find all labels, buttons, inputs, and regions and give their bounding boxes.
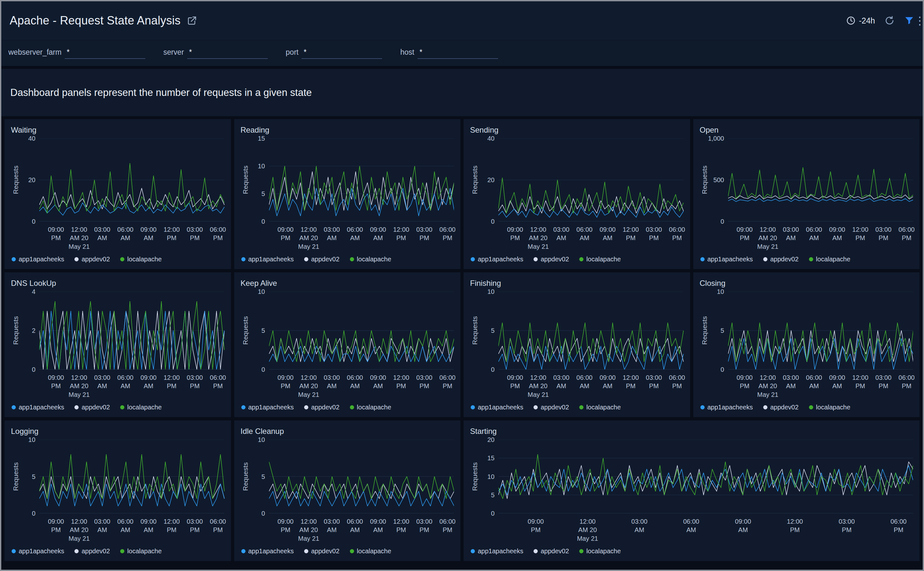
legend-label: localapache: [816, 256, 851, 263]
y-tick-label: 10: [717, 289, 724, 295]
legend-item-appdev02[interactable]: appdev02: [304, 404, 340, 411]
legend-item-app1apacheeks[interactable]: app1apacheeks: [12, 404, 64, 411]
y-tick-label: 10: [258, 163, 265, 169]
legend-item-appdev02[interactable]: appdev02: [763, 404, 799, 411]
x-tick-label: 03:00 AM: [324, 225, 340, 242]
header-actions: -24h: [846, 15, 914, 26]
legend-item-app1apacheeks[interactable]: app1apacheeks: [471, 404, 523, 411]
legend-item-appdev02[interactable]: appdev02: [304, 256, 340, 263]
plot-area[interactable]: [269, 292, 454, 369]
y-tick-label: 5: [261, 474, 265, 480]
plot-area[interactable]: [498, 440, 913, 513]
y-tick-label: 10: [28, 437, 36, 443]
legend-item-appdev02[interactable]: appdev02: [534, 548, 569, 555]
legend-item-appdev02[interactable]: appdev02: [534, 404, 569, 411]
y-tick-label: 0: [491, 366, 495, 373]
legend-item-appdev02[interactable]: appdev02: [74, 404, 110, 411]
legend-item-appdev02[interactable]: appdev02: [74, 548, 110, 555]
legend-item-localapache[interactable]: localapache: [350, 404, 392, 411]
legend-item-localapache[interactable]: localapache: [809, 404, 851, 411]
x-tick-label: 09:00 PM: [737, 225, 752, 242]
legend-item-app1apacheeks[interactable]: app1apacheeks: [700, 404, 753, 411]
x-tick-label: 12:00 PM: [787, 517, 803, 534]
x-tick-label: 09:00 AM: [600, 225, 616, 242]
legend-label: app1apacheeks: [248, 256, 294, 263]
legend-item-localapache[interactable]: localapache: [579, 404, 621, 411]
port-input[interactable]: [302, 47, 382, 59]
kebab-menu-icon[interactable]: ⋮: [914, 14, 924, 27]
legend-item-app1apacheeks[interactable]: app1apacheeks: [12, 548, 64, 555]
plot-area[interactable]: [269, 138, 454, 221]
legend-item-localapache[interactable]: localapache: [120, 404, 162, 411]
legend-item-app1apacheeks[interactable]: app1apacheeks: [241, 548, 294, 555]
chart-keep-alive: Requests 0510 09:00 PM12:00 AM 20 May 21…: [241, 292, 454, 400]
y-tick-label: 0: [32, 218, 36, 225]
legend-dot: [120, 257, 124, 261]
legend-item-appdev02[interactable]: appdev02: [534, 256, 569, 263]
legend-label: localapache: [587, 256, 621, 263]
x-tick-label: 06:00 AM: [683, 517, 699, 534]
legend-dot: [241, 549, 246, 553]
legend-item-localapache[interactable]: localapache: [350, 548, 392, 555]
panel-title: Logging: [11, 427, 224, 436]
legend-item-app1apacheeks[interactable]: app1apacheeks: [12, 256, 64, 263]
plot-area[interactable]: [728, 292, 913, 369]
panel-title: Open: [700, 125, 913, 134]
legend-dot: [241, 257, 246, 261]
legend-item-localapache[interactable]: localapache: [120, 548, 162, 555]
panel-title: Sending: [470, 125, 684, 134]
legend-item-app1apacheeks[interactable]: app1apacheeks: [241, 404, 294, 411]
legend-item-localapache[interactable]: localapache: [350, 256, 392, 263]
legend-item-localapache[interactable]: localapache: [579, 548, 621, 555]
legend-item-app1apacheeks[interactable]: app1apacheeks: [700, 256, 753, 263]
y-tick-label: 10: [258, 437, 265, 443]
legend-label: appdev02: [541, 256, 569, 263]
funnel-filter-icon[interactable]: [904, 15, 914, 26]
legend-dot: [700, 257, 704, 261]
legend-label: app1apacheeks: [707, 256, 753, 263]
x-tick-label: 03:00 AM: [94, 373, 110, 390]
legend-item-appdev02[interactable]: appdev02: [304, 548, 340, 555]
legend-label: appdev02: [770, 256, 799, 263]
x-tick-label: 09:00 AM: [829, 373, 845, 390]
plot-area[interactable]: [39, 440, 224, 513]
legend-item-localapache[interactable]: localapache: [809, 256, 851, 263]
plot-area[interactable]: [498, 138, 684, 221]
chart-finishing: Requests 0510 09:00 PM12:00 AM 20 May 21…: [470, 292, 684, 400]
legend-item-appdev02[interactable]: appdev02: [763, 256, 799, 263]
x-tick-label: 06:00 PM: [210, 225, 226, 242]
x-tick-label: 12:00 PM: [623, 373, 639, 390]
legend-item-appdev02[interactable]: appdev02: [74, 256, 110, 263]
y-tick-label: 0: [261, 510, 265, 517]
host-input[interactable]: [418, 47, 498, 59]
legend-item-localapache[interactable]: localapache: [579, 256, 621, 263]
open-in-new-icon[interactable]: [187, 16, 197, 25]
time-range-button[interactable]: -24h: [846, 16, 875, 25]
webserver-farm-input[interactable]: [65, 47, 145, 59]
x-tick-label: 09:00 PM: [737, 373, 752, 390]
plot-area[interactable]: [728, 138, 913, 221]
x-tick-label: 09:00 AM: [370, 373, 386, 390]
x-tick-label: 03:00 AM: [631, 517, 648, 534]
legend-item-app1apacheeks[interactable]: app1apacheeks: [471, 548, 523, 555]
server-input[interactable]: [187, 47, 268, 59]
plot-area[interactable]: [269, 440, 454, 513]
y-tick-label: 5: [32, 474, 36, 480]
legend-item-localapache[interactable]: localapache: [120, 256, 162, 263]
y-tick-label: 20: [488, 177, 495, 183]
legend-item-app1apacheeks[interactable]: app1apacheeks: [241, 256, 294, 263]
x-tick-label: 12:00 AM 20 May 21: [528, 373, 549, 399]
x-axis-ticks: 09:00 PM12:00 AM 20 May 2103:00 AM06:00 …: [498, 221, 684, 252]
x-tick-label: 06:00 AM: [347, 517, 363, 534]
legend-item-app1apacheeks[interactable]: app1apacheeks: [471, 256, 523, 263]
plot-area[interactable]: [39, 292, 224, 369]
plot-area[interactable]: [498, 292, 684, 369]
refresh-icon[interactable]: [885, 16, 895, 25]
series-app1apacheeks: [728, 199, 913, 202]
x-tick-label: 03:00 AM: [783, 225, 799, 242]
chart-open: Requests 05001,000 09:00 PM12:00 AM 20 M…: [700, 138, 913, 252]
x-tick-label: 03:00 AM: [553, 225, 569, 242]
x-tick-label: 03:00 AM: [324, 373, 340, 390]
x-tick-label: 12:00 AM 20 May 21: [69, 225, 90, 251]
plot-area[interactable]: [39, 138, 224, 221]
